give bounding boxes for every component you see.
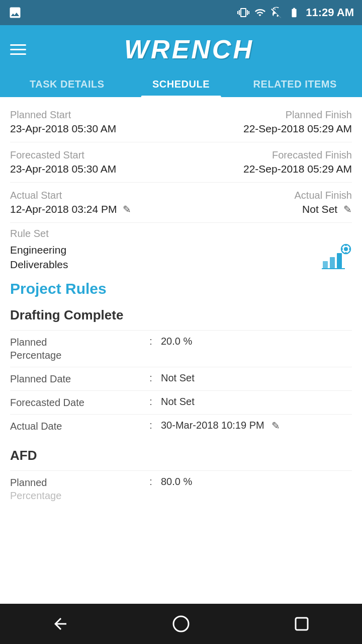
afd-planned-percentage-label: PlannedPercentage <box>10 476 141 502</box>
rule-row-actual-date: Actual Date : 30-Mar-2018 10:19 PM ✎ <box>10 414 352 438</box>
svg-rect-4 <box>341 249 343 250</box>
status-icons-right: 11:29 AM <box>237 6 354 19</box>
rule-set-label: Rule Set <box>10 228 352 239</box>
planned-percentage-label: PlannedPercentage <box>10 336 141 362</box>
tabs: TASK DETAILS SCHEDULE RELATED ITEMS <box>10 72 352 97</box>
tab-related-items[interactable]: RELATED ITEMS <box>238 72 352 97</box>
actual-date-value: 30-Mar-2018 10:19 PM ✎ <box>161 420 352 432</box>
header-top: WRENCH <box>10 34 352 64</box>
hamburger-menu[interactable] <box>10 44 26 55</box>
tab-task-details[interactable]: TASK DETAILS <box>10 72 124 97</box>
forecasted-date-label: Forecasted Date <box>10 396 141 409</box>
svg-point-1 <box>344 247 348 251</box>
forecasted-start-label: Forecasted Start <box>10 149 116 161</box>
header: WRENCH TASK DETAILS SCHEDULE RELATED ITE… <box>0 25 362 97</box>
home-icon <box>172 615 190 633</box>
actual-start-label: Actual Start <box>10 190 131 201</box>
planned-finish-value: 22-Sep-2018 05:29 AM <box>243 123 352 135</box>
wifi-icon <box>253 7 266 18</box>
rule-set-value: EngineeringDeliverables <box>10 243 68 272</box>
chart-icon[interactable] <box>320 243 352 271</box>
planned-percentage-value: 20.0 % <box>161 336 352 347</box>
planned-finish-label: Planned Finish <box>243 109 352 121</box>
planned-start: Planned Start 23-Apr-2018 05:30 AM <box>10 109 116 135</box>
photo-icon <box>8 6 22 20</box>
rule-row-planned-percentage: PlannedPercentage : 20.0 % <box>10 330 352 367</box>
status-icons-left <box>8 6 22 20</box>
drafting-complete-title: Drafting Complete <box>10 307 352 323</box>
svg-rect-11 <box>296 618 308 630</box>
forecasted-finish-value: 22-Sep-2018 05:29 AM <box>243 163 352 175</box>
status-time: 11:29 AM <box>306 6 354 19</box>
rule-set-section: Rule Set EngineeringDeliverables <box>10 228 352 272</box>
rule-set-content: EngineeringDeliverables <box>10 243 352 272</box>
tab-schedule[interactable]: SCHEDULE <box>124 72 238 97</box>
afd-title: AFD <box>10 448 352 463</box>
svg-rect-7 <box>330 257 335 268</box>
actual-date-edit-icon[interactable]: ✎ <box>272 420 280 432</box>
recents-icon <box>293 615 311 633</box>
actual-date-label: Actual Date <box>10 420 141 433</box>
actual-finish-value: Not Set ✎ <box>295 203 352 215</box>
app-logo: WRENCH <box>26 34 352 64</box>
svg-rect-3 <box>345 252 347 254</box>
afd-planned-percentage-value: 80.0 % <box>161 476 352 488</box>
forecasted-finish: Forecasted Finish 22-Sep-2018 05:29 AM <box>243 149 352 175</box>
planned-start-label: Planned Start <box>10 109 116 121</box>
home-button[interactable] <box>166 609 196 639</box>
svg-rect-5 <box>349 249 351 250</box>
battery-icon <box>287 7 302 18</box>
forecasted-finish-label: Forecasted Finish <box>243 149 352 161</box>
actual-finish: Actual Finish Not Set ✎ <box>295 190 352 215</box>
back-button[interactable] <box>45 609 75 639</box>
forecasted-date-value: Not Set <box>161 396 352 408</box>
svg-rect-8 <box>337 253 342 268</box>
vibrate-icon <box>237 7 249 19</box>
project-rules-title: Project Rules <box>10 280 352 297</box>
recents-button[interactable] <box>287 609 317 639</box>
main-content: Planned Start 23-Apr-2018 05:30 AM Plann… <box>0 97 362 529</box>
actual-finish-label: Actual Finish <box>295 190 352 201</box>
forecasted-start: Forecasted Start 23-Apr-2018 05:30 AM <box>10 149 116 175</box>
rule-row-forecasted-date: Forecasted Date : Not Set <box>10 390 352 414</box>
actual-finish-edit-icon[interactable]: ✎ <box>343 203 352 215</box>
drafting-complete-section: Drafting Complete PlannedPercentage : 20… <box>10 307 352 438</box>
afd-section: AFD PlannedPercentage : 80.0 % <box>10 448 352 507</box>
rule-row-afd-planned-percentage: PlannedPercentage : 80.0 % <box>10 470 352 507</box>
svg-rect-2 <box>345 244 347 246</box>
planned-start-value: 23-Apr-2018 05:30 AM <box>10 123 116 135</box>
back-icon <box>51 615 69 633</box>
planned-finish: Planned Finish 22-Sep-2018 05:29 AM <box>243 109 352 135</box>
planned-date-value: Not Set <box>161 372 352 384</box>
bottom-navigation <box>0 604 362 644</box>
actual-start: Actual Start 12-Apr-2018 03:24 PM ✎ <box>10 190 131 215</box>
svg-rect-6 <box>323 261 328 268</box>
forecasted-start-value: 23-Apr-2018 05:30 AM <box>10 163 116 175</box>
svg-point-10 <box>173 616 189 631</box>
actual-start-edit-icon[interactable]: ✎ <box>123 203 131 215</box>
rule-row-planned-date: Planned Date : Not Set <box>10 367 352 390</box>
planned-date-label: Planned Date <box>10 372 141 385</box>
actual-start-value: 12-Apr-2018 03:24 PM ✎ <box>10 203 131 215</box>
status-bar: 11:29 AM <box>0 0 362 25</box>
signal-icon <box>270 7 283 19</box>
